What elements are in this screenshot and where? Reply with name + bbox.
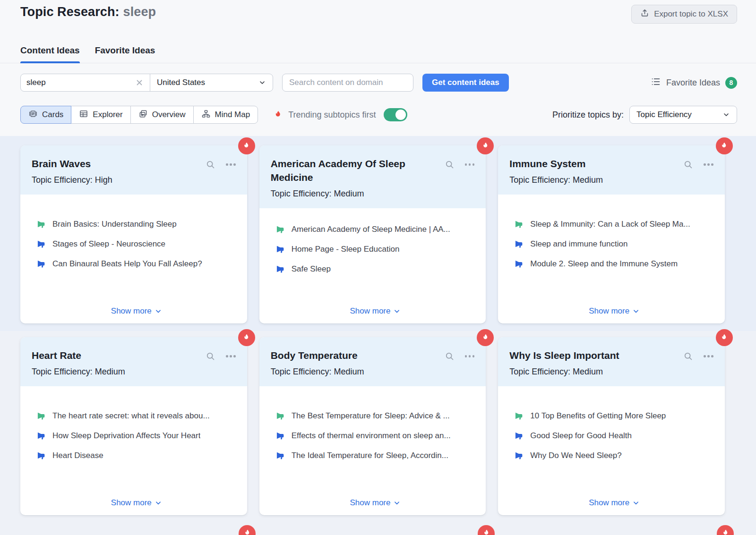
show-more-button[interactable]: Show more [589,306,639,316]
card-header-text: Brain Waves Topic Efficiency: High [32,157,206,185]
more-menu-icon[interactable] [465,161,475,168]
page-title: Topic Research:sleep [20,5,156,19]
megaphone-icon [275,224,285,234]
headline-text[interactable]: Safe Sleep [292,264,331,274]
card-header: Why Is Sleep Important Topic Efficiency:… [498,337,725,386]
card-header: Brain Waves Topic Efficiency: High [20,145,247,195]
card-body: 10 Top Benefits of Getting More Sleep Go… [498,386,725,515]
headline-item[interactable]: The Ideal Temperature for Sleep, Accordi… [275,450,476,461]
show-more-button[interactable]: Show more [111,306,162,316]
card-header: Immune System Topic Efficiency: Medium [498,145,725,195]
headline-text[interactable]: Heart Disease [52,450,103,461]
search-icon[interactable] [206,351,215,361]
card-body: The Best Temperature for Sleep: Advice &… [259,386,486,515]
region-select[interactable]: United States [150,74,273,91]
clear-keyword-icon[interactable] [135,78,144,87]
headline-text[interactable]: Sleep & Immunity: Can a Lack of Sleep Ma… [530,219,690,229]
card-title: American Academy Of Sleep Medicine [271,157,440,184]
headline-item[interactable]: Why Do We Need Sleep? [514,450,714,461]
show-more-button[interactable]: Show more [111,498,162,508]
more-menu-icon[interactable] [226,161,236,168]
show-more-button[interactable]: Show more [589,498,639,508]
headline-text[interactable]: Brain Basics: Understanding Sleep [52,219,177,229]
headline-item[interactable]: Good Sleep for Good Health [514,431,714,441]
headline-item[interactable]: Module 2. Sleep and the Immune System [514,259,714,269]
show-more-button[interactable]: Show more [350,498,401,508]
headline-text[interactable]: The heart rate secret: what it reveals a… [52,411,210,421]
show-more-label: Show more [111,498,152,508]
headline-item[interactable]: The heart rate secret: what it reveals a… [36,411,237,421]
trending-subtopics-toggle[interactable] [384,108,407,121]
topic-card-why-is-sleep-important: Why Is Sleep Important Topic Efficiency:… [498,337,725,515]
headline-item[interactable]: Home Page - Sleep Education [275,244,476,255]
headline-item[interactable]: How Sleep Deprivation Affects Your Heart [36,431,237,441]
headline-text[interactable]: Effects of thermal environment on sleep … [292,431,451,441]
toggle-knob [395,110,406,120]
headline-text[interactable]: Good Sleep for Good Health [530,431,632,441]
more-menu-icon[interactable] [704,353,713,359]
favorite-ideas-label: Favorite Ideas [666,78,720,88]
favorite-ideas-button[interactable]: Favorite Ideas 8 [651,76,737,89]
export-xlsx-button[interactable]: Export topic to XLSX [631,5,737,24]
headline-item[interactable]: American Academy of Sleep Medicine | AA.… [275,224,476,235]
domain-search-input[interactable] [282,74,413,92]
search-icon[interactable] [683,351,693,361]
tab-favorite-ideas[interactable]: Favorite Ideas [95,45,155,63]
tab-content-ideas[interactable]: Content Ideas [20,45,80,63]
view-tab-explorer[interactable]: Explorer [71,106,130,124]
headline-text[interactable]: How Sleep Deprivation Affects Your Heart [52,431,200,441]
get-content-ideas-button[interactable]: Get content ideas [422,74,509,92]
view-tab-mind-map-label: Mind Map [215,110,250,119]
overview-view-icon [138,109,148,121]
headline-item[interactable]: Brain Basics: Understanding Sleep [36,219,237,229]
search-icon[interactable] [445,160,455,170]
card-body: Sleep & Immunity: Can a Lack of Sleep Ma… [498,195,725,323]
topic-research-page: Topic Research:sleep Export topic to XLS… [0,0,756,535]
more-menu-icon[interactable] [465,353,475,359]
headline-item[interactable]: Effects of thermal environment on sleep … [275,431,476,441]
keyword-input[interactable] [26,78,131,87]
trending-flame-badge [716,137,733,154]
top-bar: Topic Research:sleep Export topic to XLS… [0,0,756,136]
cards-row-1: Brain Waves Topic Efficiency: High Brain… [20,145,725,323]
headline-item[interactable]: Stages of Sleep - Neuroscience [36,239,237,249]
headline-item[interactable]: Sleep & Immunity: Can a Lack of Sleep Ma… [514,219,714,229]
megaphone-icon [514,239,524,249]
headline-text[interactable]: Module 2. Sleep and the Immune System [530,259,678,269]
trending-subtopics-label: Trending subtopics first [288,110,376,120]
headline-text[interactable]: American Academy of Sleep Medicine | AA.… [292,224,450,235]
megaphone-icon [275,431,285,441]
card-actions [206,351,236,361]
headline-text[interactable]: 10 Top Benefits of Getting More Sleep [530,411,666,421]
headline-text[interactable]: The Ideal Temperature for Sleep, Accordi… [292,450,448,461]
view-tab-cards[interactable]: Cards [20,106,71,124]
more-menu-icon[interactable] [226,353,236,359]
topic-efficiency: Topic Efficiency: Medium [271,367,440,377]
view-tab-mind-map[interactable]: Mind Map [193,106,258,124]
headline-text[interactable]: The Best Temperature for Sleep: Advice &… [292,411,450,421]
topic-efficiency: Topic Efficiency: Medium [32,367,201,377]
headline-text[interactable]: Can Binaural Beats Help You Fall Asleep? [52,259,202,269]
topic-card-body-temperature: Body Temperature Topic Efficiency: Mediu… [259,337,486,515]
show-more-button[interactable]: Show more [350,306,401,316]
headline-text[interactable]: Home Page - Sleep Education [292,244,400,255]
headline-item[interactable]: 10 Top Benefits of Getting More Sleep [514,411,714,421]
headline-text[interactable]: Sleep and immune function [530,239,627,249]
headline-item[interactable]: The Best Temperature for Sleep: Advice &… [275,411,476,421]
view-tab-cards-label: Cards [42,110,63,119]
headline-text[interactable]: Why Do We Need Sleep? [530,450,621,461]
search-icon[interactable] [445,351,455,361]
headline-item[interactable]: Safe Sleep [275,264,476,274]
headline-item[interactable]: Heart Disease [36,450,237,461]
search-icon[interactable] [206,160,215,170]
view-tab-overview[interactable]: Overview [130,106,194,124]
search-icon[interactable] [683,160,693,170]
headline-item[interactable]: Can Binaural Beats Help You Fall Asleep? [36,259,237,269]
tab-favorite-ideas-label: Favorite Ideas [95,45,155,55]
prioritize-select[interactable]: Topic Efficiency [629,106,737,124]
headline-text[interactable]: Stages of Sleep - Neuroscience [52,239,165,249]
header-row: Topic Research:sleep Export topic to XLS… [0,0,756,24]
card-title: Heart Rate [32,348,201,362]
headline-item[interactable]: Sleep and immune function [514,239,714,249]
more-menu-icon[interactable] [704,161,713,168]
